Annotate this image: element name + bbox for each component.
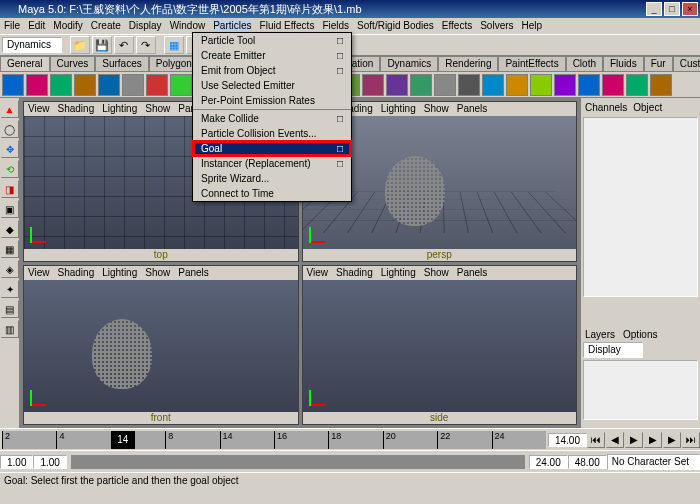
shelf-item[interactable] (146, 74, 168, 96)
menu-item-particle-tool[interactable]: Particle Tool□ (193, 33, 351, 48)
vp-menu-show[interactable]: Show (145, 103, 170, 115)
rotate-tool[interactable]: ⟲ (1, 160, 19, 178)
show-manip-tool[interactable]: ▣ (1, 200, 19, 218)
anim-start-field[interactable]: 1.00 (0, 455, 33, 469)
option-box-icon[interactable]: □ (337, 113, 343, 124)
vp-menu-lighting[interactable]: Lighting (102, 267, 137, 279)
shelf-item[interactable] (482, 74, 504, 96)
menu-solvers[interactable]: Solvers (480, 20, 513, 32)
range-end-field[interactable]: 24.00 (529, 455, 568, 469)
vp-menu-panels[interactable]: Panels (178, 267, 209, 279)
tool[interactable]: ▥ (1, 320, 19, 338)
menu-item-make-collide[interactable]: Make Collide□ (193, 111, 351, 126)
shelf-tab-surfaces[interactable]: Surfaces (95, 56, 148, 71)
shelf-item[interactable] (50, 74, 72, 96)
tool[interactable]: ◆ (1, 220, 19, 238)
shelf-tab-painteffects[interactable]: PaintEffects (498, 56, 565, 71)
play-forward-button[interactable]: ▶ (644, 432, 662, 448)
step-forward-button[interactable]: ▶ (663, 432, 681, 448)
shelf-item[interactable] (362, 74, 384, 96)
shelf-item[interactable] (530, 74, 552, 96)
toolbar-button[interactable]: ↷ (136, 36, 156, 54)
layers-options[interactable]: Options (623, 329, 657, 340)
menu-item-particle-collision-events---[interactable]: Particle Collision Events... (193, 126, 351, 141)
anim-end-field[interactable]: 48.00 (568, 455, 607, 469)
shelf-tab-general[interactable]: General (0, 56, 50, 71)
shelf-tab-cloth[interactable]: Cloth (566, 56, 603, 71)
menu-window[interactable]: Window (170, 20, 206, 32)
shelf-item[interactable] (122, 74, 144, 96)
maximize-button[interactable]: □ (664, 2, 680, 16)
vp-menu-show[interactable]: Show (145, 267, 170, 279)
tab-object[interactable]: Object (633, 102, 662, 113)
option-box-icon[interactable]: □ (337, 143, 343, 154)
step-back-button[interactable]: ◀ (606, 432, 624, 448)
menu-item-goal[interactable]: Goal□ (193, 141, 351, 156)
shelf-tab-fur[interactable]: Fur (644, 56, 673, 71)
vp-menu-lighting[interactable]: Lighting (381, 103, 416, 115)
goto-end-button[interactable]: ⏭ (682, 432, 700, 448)
shelf-item[interactable] (506, 74, 528, 96)
option-box-icon[interactable]: □ (337, 50, 343, 61)
shelf-tab-custom[interactable]: Custom (673, 56, 700, 71)
tool[interactable]: ▤ (1, 300, 19, 318)
shelf-item[interactable] (74, 74, 96, 96)
vp-menu-show[interactable]: Show (424, 103, 449, 115)
tab-channels[interactable]: Channels (585, 102, 627, 113)
viewport-front[interactable]: ViewShadingLightingShowPanels front (23, 265, 299, 426)
range-start-field[interactable]: 1.00 (33, 455, 66, 469)
menu-item-per-point-emission-rates[interactable]: Per-Point Emission Rates (193, 93, 351, 108)
vp-menu-shading[interactable]: Shading (58, 103, 95, 115)
shelf-item[interactable] (26, 74, 48, 96)
option-box-icon[interactable]: □ (337, 35, 343, 46)
close-button[interactable]: × (682, 2, 698, 16)
shelf-item[interactable] (554, 74, 576, 96)
shelf-item[interactable] (170, 74, 192, 96)
shelf-tab-rendering[interactable]: Rendering (438, 56, 498, 71)
menu-fluideffects[interactable]: Fluid Effects (260, 20, 315, 32)
shelf-tab-dynamics[interactable]: Dynamics (380, 56, 438, 71)
toolbar-button[interactable]: ↶ (114, 36, 134, 54)
toolbar-button[interactable]: ▦ (164, 36, 184, 54)
menu-softrigidbodies[interactable]: Soft/Rigid Bodies (357, 20, 434, 32)
menu-item-emit-from-object[interactable]: Emit from Object□ (193, 63, 351, 78)
menu-edit[interactable]: Edit (28, 20, 45, 32)
move-tool[interactable]: ✥ (1, 140, 19, 158)
vp-menu-show[interactable]: Show (424, 267, 449, 279)
shelf-item[interactable] (410, 74, 432, 96)
select-tool[interactable]: ▲ (1, 100, 19, 118)
vp-menu-view[interactable]: View (28, 103, 50, 115)
vp-menu-shading[interactable]: Shading (336, 267, 373, 279)
viewport-canvas[interactable] (24, 280, 298, 413)
tool[interactable]: ▦ (1, 240, 19, 258)
menu-effects[interactable]: Effects (442, 20, 472, 32)
vp-menu-view[interactable]: View (307, 267, 329, 279)
menu-item-use-selected-emitter[interactable]: Use Selected Emitter (193, 78, 351, 93)
shelf-item[interactable] (602, 74, 624, 96)
viewport-canvas[interactable] (303, 280, 577, 413)
vp-menu-lighting[interactable]: Lighting (381, 267, 416, 279)
shelf-item[interactable] (458, 74, 480, 96)
shelf-tab-fluids[interactable]: Fluids (603, 56, 644, 71)
option-box-icon[interactable]: □ (337, 158, 343, 169)
shelf-item[interactable] (650, 74, 672, 96)
tool[interactable]: ◈ (1, 260, 19, 278)
menu-item-instancer--replacement-[interactable]: Instancer (Replacement)□ (193, 156, 351, 171)
tool[interactable]: ✦ (1, 280, 19, 298)
shelf-tab-curves[interactable]: Curves (50, 56, 96, 71)
shelf-item[interactable] (578, 74, 600, 96)
shelf-item[interactable] (2, 74, 24, 96)
range-slider[interactable] (71, 455, 525, 469)
layer-display-select[interactable]: Display (583, 342, 643, 358)
menu-item-connect-to-time[interactable]: Connect to Time (193, 186, 351, 201)
viewport-side[interactable]: ViewShadingLightingShowPanels side (302, 265, 578, 426)
option-box-icon[interactable]: □ (337, 65, 343, 76)
mode-select[interactable]: Dynamics (2, 37, 62, 53)
play-back-button[interactable]: ▶ (625, 432, 643, 448)
toolbar-button[interactable]: 📁 (70, 36, 90, 54)
current-frame-field[interactable]: 14.00 (548, 433, 587, 447)
layer-list[interactable] (583, 360, 698, 420)
menu-modify[interactable]: Modify (53, 20, 82, 32)
vp-menu-lighting[interactable]: Lighting (102, 103, 137, 115)
scale-tool[interactable]: ◨ (1, 180, 19, 198)
